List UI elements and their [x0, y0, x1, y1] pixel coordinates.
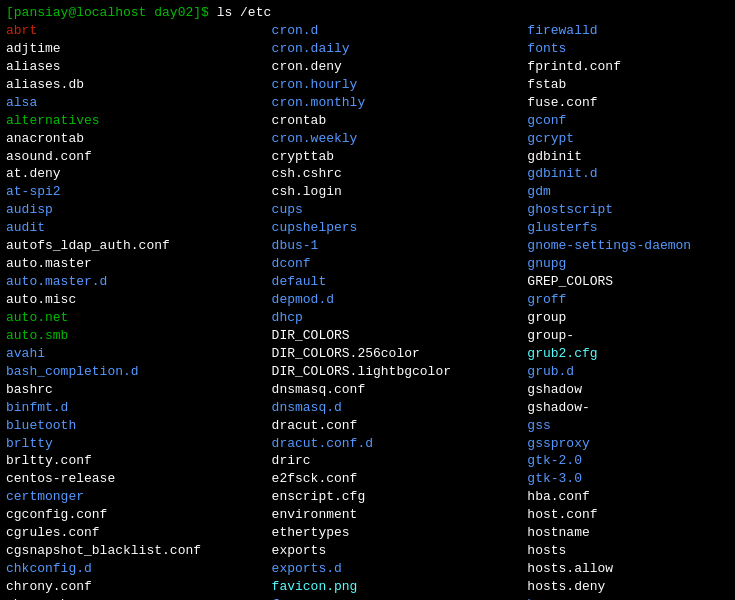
file-name: avahi	[6, 345, 272, 363]
file-name: audit	[6, 219, 272, 237]
file-name: cron.weekly	[272, 130, 528, 148]
file-name: fprintd.conf	[527, 58, 729, 76]
file-name: environment	[272, 506, 528, 524]
file-name: DIR_COLORS.lightbgcolor	[272, 363, 528, 381]
file-name: gssproxy	[527, 435, 729, 453]
file-name: glusterfs	[527, 219, 729, 237]
file-name: fstab	[527, 76, 729, 94]
file-name: dracut.conf.d	[272, 435, 528, 453]
file-name: gdbinit	[527, 148, 729, 166]
file-name: cron.d	[272, 22, 528, 40]
file-name: csh.cshrc	[272, 165, 528, 183]
file-name: depmod.d	[272, 291, 528, 309]
command-line: [pansiay@localhost day02]$ ls /etc	[6, 4, 729, 22]
file-listing: abrtcron.dfirewalldadjtimecron.dailyfont…	[6, 22, 729, 600]
file-name: gtk-2.0	[527, 452, 729, 470]
file-name: auto.smb	[6, 327, 272, 345]
file-name: gcrypt	[527, 130, 729, 148]
file-name: gtk-3.0	[527, 470, 729, 488]
file-name: gdm	[527, 183, 729, 201]
file-name: dbus-1	[272, 237, 528, 255]
file-name: centos-release	[6, 470, 272, 488]
file-name: autofs_ldap_auth.conf	[6, 237, 272, 255]
file-name: ethertypes	[272, 524, 528, 542]
file-name: cron.monthly	[272, 94, 528, 112]
file-line: cgsnapshot_blacklist.confexportshosts	[6, 542, 729, 560]
file-name: DIR_COLORS.256color	[272, 345, 528, 363]
file-name: cgrules.conf	[6, 524, 272, 542]
file-line: alternativescrontabgconf	[6, 112, 729, 130]
file-line: brltty.confdrircgtk-2.0	[6, 452, 729, 470]
file-name: at.deny	[6, 165, 272, 183]
file-name: cupshelpers	[272, 219, 528, 237]
file-name: gnome-settings-daemon	[527, 237, 729, 255]
file-name: hosts.deny	[527, 578, 729, 596]
file-name: alternatives	[6, 112, 272, 130]
file-name: hosts.allow	[527, 560, 729, 578]
file-line: brlttydracut.conf.dgssproxy	[6, 435, 729, 453]
file-name: DIR_COLORS	[272, 327, 528, 345]
file-line: avahiDIR_COLORS.256colorgrub2.cfg	[6, 345, 729, 363]
file-name: group-	[527, 327, 729, 345]
file-name: bash_completion.d	[6, 363, 272, 381]
file-name: hostname	[527, 524, 729, 542]
file-line: aliases.dbcron.hourlyfstab	[6, 76, 729, 94]
file-name: brltty.conf	[6, 452, 272, 470]
file-line: cgconfig.confenvironmenthost.conf	[6, 506, 729, 524]
file-name: bluetooth	[6, 417, 272, 435]
file-line: binfmt.ddnsmasq.dgshadow-	[6, 399, 729, 417]
file-name: firewalld	[527, 22, 729, 40]
file-line: aliasescron.denyfprintd.conf	[6, 58, 729, 76]
file-line: autofs_ldap_auth.confdbus-1gnome-setting…	[6, 237, 729, 255]
file-name: aliases.db	[6, 76, 272, 94]
file-name: dracut.conf	[272, 417, 528, 435]
file-name: crontab	[272, 112, 528, 130]
file-line: auditcupshelpersglusterfs	[6, 219, 729, 237]
file-name: hp	[527, 596, 729, 600]
file-line: auto.masterdconfgnupg	[6, 255, 729, 273]
file-name: dconf	[272, 255, 528, 273]
file-line: chkconfig.dexports.dhosts.allow	[6, 560, 729, 578]
file-name: cron.hourly	[272, 76, 528, 94]
file-line: at-spi2csh.logingdm	[6, 183, 729, 201]
file-name: dnsmasq.d	[272, 399, 528, 417]
file-name: auto.master	[6, 255, 272, 273]
file-line: auto.smbDIR_COLORSgroup-	[6, 327, 729, 345]
file-name: anacrontab	[6, 130, 272, 148]
file-name: host.conf	[527, 506, 729, 524]
file-name: ghostscript	[527, 201, 729, 219]
file-name: asound.conf	[6, 148, 272, 166]
file-name: exports.d	[272, 560, 528, 578]
file-name: adjtime	[6, 40, 272, 58]
file-name: exports	[272, 542, 528, 560]
file-name: hba.conf	[527, 488, 729, 506]
file-line: asound.confcrypttabgdbinit	[6, 148, 729, 166]
file-name: cron.daily	[272, 40, 528, 58]
file-name: auto.misc	[6, 291, 272, 309]
file-name: grub2.cfg	[527, 345, 729, 363]
file-name: fonts	[527, 40, 729, 58]
file-line: abrtcron.dfirewalld	[6, 22, 729, 40]
file-line: auto.miscdepmod.dgroff	[6, 291, 729, 309]
prompt: [pansiay@localhost day02]$	[6, 4, 209, 22]
file-line: auto.master.ddefaultGREP_COLORS	[6, 273, 729, 291]
file-name: aliases	[6, 58, 272, 76]
file-name: certmonger	[6, 488, 272, 506]
file-line: cgrules.confethertypeshostname	[6, 524, 729, 542]
file-name: groff	[527, 291, 729, 309]
command: ls /etc	[209, 4, 271, 22]
file-name: GREP_COLORS	[527, 273, 729, 291]
file-name: chrony.keys	[6, 596, 272, 600]
file-name: auto.master.d	[6, 273, 272, 291]
file-name: drirc	[272, 452, 528, 470]
file-name: auto.net	[6, 309, 272, 327]
file-name: gnupg	[527, 255, 729, 273]
file-line: auto.netdhcpgroup	[6, 309, 729, 327]
file-line: bluetoothdracut.confgss	[6, 417, 729, 435]
file-name: abrt	[6, 22, 272, 40]
file-name: gss	[527, 417, 729, 435]
file-line: chrony.keysfcoehp	[6, 596, 729, 600]
file-name: chrony.conf	[6, 578, 272, 596]
file-name: crypttab	[272, 148, 528, 166]
file-line: adjtimecron.dailyfonts	[6, 40, 729, 58]
